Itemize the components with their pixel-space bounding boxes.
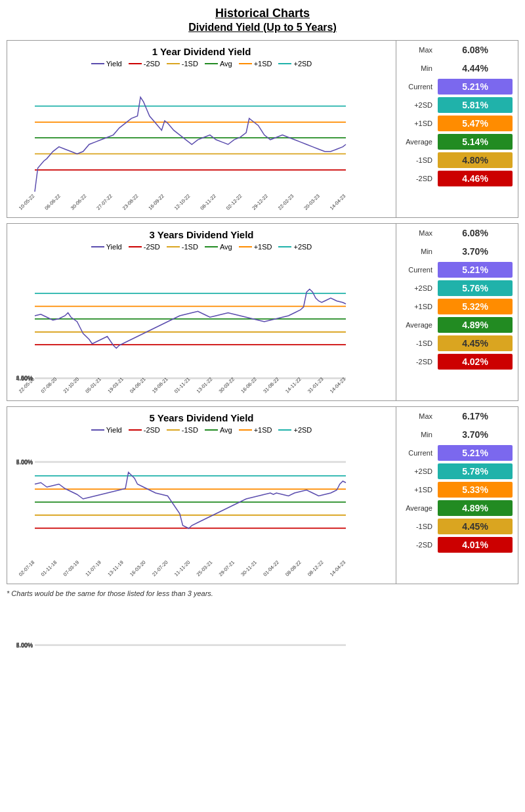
minus1sd-value: 4.45%: [438, 335, 513, 351]
minus2sd-label: -2SD: [402, 541, 438, 549]
svg-text:12-10-22: 12-10-22: [173, 193, 192, 211]
svg-text:22-02-23: 22-02-23: [277, 193, 295, 211]
svg-text:13-11-19: 13-11-19: [106, 559, 125, 578]
svg-text:16-09-22: 16-09-22: [147, 193, 165, 211]
min-value: 4.44%: [438, 60, 513, 76]
avg-value: 4.89%: [438, 317, 513, 333]
minus1sd-label: -1SD: [402, 339, 438, 347]
plus1sd-label: +1SD: [402, 119, 438, 127]
legend-minus1sd: -1SD: [167, 60, 198, 68]
page-subtitle: Dividend Yield (Up to 5 Years): [7, 22, 518, 33]
svg-text:16-03-20: 16-03-20: [129, 559, 147, 578]
chart-section-1year: 1 Year Dividend Yield Yield -2SD -1SD Av…: [7, 40, 518, 218]
svg-text:3.00%: 3.00%: [16, 643, 33, 649]
minus1sd-legend-line: [167, 246, 180, 247]
current-label: Current: [402, 266, 438, 274]
chart-legend: Yield -2SD -1SD Avg +1SD +2SD: [10, 60, 393, 68]
plus1sd-value: 5.47%: [438, 116, 513, 131]
avg-label: Average: [402, 138, 438, 146]
svg-text:21-07-20: 21-07-20: [151, 559, 169, 578]
min-label: Min: [402, 247, 438, 255]
svg-text:02-12-22: 02-12-22: [225, 193, 243, 211]
plus1sd-legend-label: +1SD: [254, 243, 272, 251]
chart-svg-5year: 7.00%6.00%5.00%4.00%3.00% 02-07-1801-11-…: [10, 437, 393, 581]
avg-legend-line: [205, 246, 218, 247]
legend-yield: Yield: [91, 243, 122, 251]
current-value: 5.21%: [438, 445, 513, 461]
svg-text:19-08-21: 19-08-21: [151, 376, 169, 395]
plus2sd-label: +2SD: [402, 467, 438, 475]
chart-area-5year: 5 Years Dividend Yield Yield -2SD -1SD A…: [7, 407, 396, 584]
legend-minus1sd: -1SD: [167, 243, 198, 251]
legend-minus1sd: -1SD: [167, 426, 198, 434]
min-label: Min: [402, 431, 438, 438]
stats-panel: Max 6.08% Min 4.44% Current 5.21% +2SD 5…: [396, 41, 518, 217]
minus2sd-legend-label: -2SD: [144, 60, 160, 68]
avg-value: 4.89%: [438, 500, 513, 516]
min-value: 3.70%: [438, 244, 513, 259]
plus1sd-legend-label: +1SD: [254, 426, 272, 434]
yield-legend-label: Yield: [106, 60, 122, 68]
svg-text:14-11-22: 14-11-22: [284, 376, 303, 395]
max-label: Max: [402, 46, 438, 54]
minus2sd-value: 4.02%: [438, 354, 513, 370]
avg-legend-label: Avg: [220, 426, 232, 434]
current-label: Current: [402, 83, 438, 91]
yield-legend-line: [91, 63, 104, 64]
svg-text:11-11-20: 11-11-20: [173, 559, 192, 578]
stats-panel: Max 6.08% Min 3.70% Current 5.21% +2SD 5…: [396, 224, 518, 400]
chart-section-5year: 5 Years Dividend Yield Yield -2SD -1SD A…: [7, 406, 518, 584]
chart-title-5year: 5 Years Dividend Yield: [10, 412, 393, 423]
avg-legend-line: [205, 429, 218, 431]
svg-text:30-03-22: 30-03-22: [218, 376, 236, 395]
svg-text:05-01-21: 05-01-21: [84, 376, 102, 395]
chart-legend: Yield -2SD -1SD Avg +1SD +2SD: [10, 426, 393, 434]
plus2sd-value: 5.76%: [438, 280, 513, 296]
svg-text:11-07-19: 11-07-19: [84, 559, 102, 578]
min-label: Min: [402, 64, 438, 72]
stats-panel: Max 6.17% Min 3.70% Current 5.21% +2SD 5…: [396, 407, 518, 584]
chart-svg-1year: 6.50%6.00%5.50%5.00%4.50%4.00% 10-05-220…: [10, 70, 393, 215]
minus1sd-value: 4.45%: [438, 519, 513, 534]
minus1sd-legend-label: -1SD: [182, 60, 198, 68]
svg-text:06-06-22: 06-06-22: [43, 193, 62, 211]
max-value: 6.08%: [438, 225, 513, 241]
avg-legend-label: Avg: [220, 243, 232, 251]
yield-legend-line: [91, 246, 104, 247]
legend-avg: Avg: [205, 60, 232, 68]
plus1sd-value: 5.33%: [438, 482, 513, 498]
minus1sd-legend-line: [167, 63, 180, 64]
svg-text:01-11-21: 01-11-21: [173, 376, 192, 395]
minus1sd-label: -1SD: [402, 156, 438, 164]
legend-yield: Yield: [91, 60, 122, 68]
yield-legend-label: Yield: [106, 243, 122, 251]
legend-plus1sd: +1SD: [239, 60, 272, 68]
avg-legend-line: [205, 63, 218, 64]
plus2sd-label: +2SD: [402, 284, 438, 292]
svg-text:30-11-21: 30-11-21: [240, 559, 258, 578]
svg-text:30-06-22: 30-06-22: [70, 193, 88, 211]
svg-text:08-12-22: 08-12-22: [306, 559, 325, 578]
minus1sd-legend-line: [167, 429, 180, 431]
svg-text:25-03-21: 25-03-21: [196, 559, 214, 578]
minus2sd-legend-line: [129, 63, 142, 64]
plus2sd-legend-line: [278, 429, 291, 431]
plus1sd-label: +1SD: [402, 486, 438, 494]
svg-text:07-03-19: 07-03-19: [62, 559, 81, 578]
plus1sd-legend-label: +1SD: [254, 60, 272, 68]
plus2sd-value: 5.78%: [438, 463, 513, 479]
yield-legend-label: Yield: [106, 426, 122, 434]
minus1sd-legend-label: -1SD: [182, 426, 198, 434]
plus1sd-legend-line: [239, 429, 252, 431]
max-label: Max: [402, 412, 438, 420]
max-value: 6.17%: [438, 408, 513, 424]
minus2sd-legend-label: -2SD: [144, 426, 160, 434]
svg-text:19-03-21: 19-03-21: [106, 376, 125, 395]
svg-text:29-07-21: 29-07-21: [218, 559, 236, 578]
svg-text:31-01-23: 31-01-23: [306, 376, 325, 395]
minus1sd-value: 4.80%: [438, 152, 513, 168]
svg-text:08-08-22: 08-08-22: [284, 559, 303, 578]
legend-plus2sd: +2SD: [278, 243, 312, 251]
minus2sd-legend-line: [129, 246, 142, 247]
chart-svg-3year: 7.00%6.00%5.00%4.00%3.00% 22-05-2007-08-…: [10, 253, 393, 398]
